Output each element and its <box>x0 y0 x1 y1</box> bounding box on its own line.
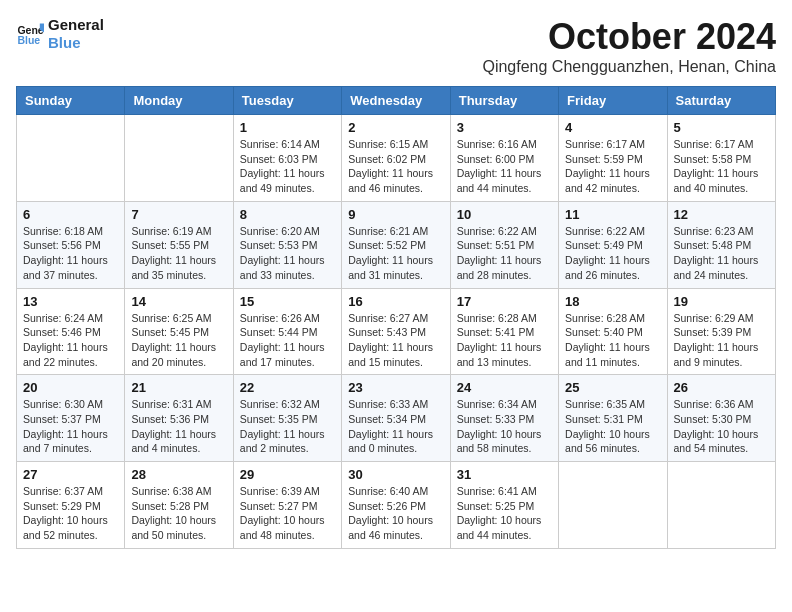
day-info: Sunrise: 6:17 AM Sunset: 5:59 PM Dayligh… <box>565 137 660 196</box>
calendar-cell: 18Sunrise: 6:28 AM Sunset: 5:40 PM Dayli… <box>559 288 667 375</box>
day-info: Sunrise: 6:22 AM Sunset: 5:51 PM Dayligh… <box>457 224 552 283</box>
calendar-cell: 16Sunrise: 6:27 AM Sunset: 5:43 PM Dayli… <box>342 288 450 375</box>
day-number: 28 <box>131 467 226 482</box>
day-number: 5 <box>674 120 769 135</box>
day-info: Sunrise: 6:17 AM Sunset: 5:58 PM Dayligh… <box>674 137 769 196</box>
day-info: Sunrise: 6:22 AM Sunset: 5:49 PM Dayligh… <box>565 224 660 283</box>
day-info: Sunrise: 6:28 AM Sunset: 5:41 PM Dayligh… <box>457 311 552 370</box>
calendar-header-sunday: Sunday <box>17 87 125 115</box>
calendar-cell: 27Sunrise: 6:37 AM Sunset: 5:29 PM Dayli… <box>17 462 125 549</box>
calendar-header-row: SundayMondayTuesdayWednesdayThursdayFrid… <box>17 87 776 115</box>
svg-text:Blue: Blue <box>17 34 40 46</box>
day-info: Sunrise: 6:18 AM Sunset: 5:56 PM Dayligh… <box>23 224 118 283</box>
day-number: 10 <box>457 207 552 222</box>
day-info: Sunrise: 6:16 AM Sunset: 6:00 PM Dayligh… <box>457 137 552 196</box>
day-info: Sunrise: 6:21 AM Sunset: 5:52 PM Dayligh… <box>348 224 443 283</box>
day-number: 4 <box>565 120 660 135</box>
calendar-cell: 31Sunrise: 6:41 AM Sunset: 5:25 PM Dayli… <box>450 462 558 549</box>
calendar-cell <box>17 115 125 202</box>
day-info: Sunrise: 6:25 AM Sunset: 5:45 PM Dayligh… <box>131 311 226 370</box>
calendar-cell: 10Sunrise: 6:22 AM Sunset: 5:51 PM Dayli… <box>450 201 558 288</box>
day-number: 3 <box>457 120 552 135</box>
day-info: Sunrise: 6:26 AM Sunset: 5:44 PM Dayligh… <box>240 311 335 370</box>
day-info: Sunrise: 6:37 AM Sunset: 5:29 PM Dayligh… <box>23 484 118 543</box>
day-info: Sunrise: 6:23 AM Sunset: 5:48 PM Dayligh… <box>674 224 769 283</box>
calendar-cell: 6Sunrise: 6:18 AM Sunset: 5:56 PM Daylig… <box>17 201 125 288</box>
day-number: 8 <box>240 207 335 222</box>
calendar-header-monday: Monday <box>125 87 233 115</box>
calendar-cell: 26Sunrise: 6:36 AM Sunset: 5:30 PM Dayli… <box>667 375 775 462</box>
calendar-cell: 8Sunrise: 6:20 AM Sunset: 5:53 PM Daylig… <box>233 201 341 288</box>
day-info: Sunrise: 6:28 AM Sunset: 5:40 PM Dayligh… <box>565 311 660 370</box>
calendar-cell: 20Sunrise: 6:30 AM Sunset: 5:37 PM Dayli… <box>17 375 125 462</box>
calendar-cell: 15Sunrise: 6:26 AM Sunset: 5:44 PM Dayli… <box>233 288 341 375</box>
calendar-cell <box>667 462 775 549</box>
day-info: Sunrise: 6:27 AM Sunset: 5:43 PM Dayligh… <box>348 311 443 370</box>
day-number: 19 <box>674 294 769 309</box>
calendar-table: SundayMondayTuesdayWednesdayThursdayFrid… <box>16 86 776 549</box>
calendar-header-tuesday: Tuesday <box>233 87 341 115</box>
calendar-header-friday: Friday <box>559 87 667 115</box>
month-title: October 2024 <box>482 16 776 58</box>
calendar-cell: 19Sunrise: 6:29 AM Sunset: 5:39 PM Dayli… <box>667 288 775 375</box>
calendar-header-saturday: Saturday <box>667 87 775 115</box>
calendar-cell: 22Sunrise: 6:32 AM Sunset: 5:35 PM Dayli… <box>233 375 341 462</box>
calendar-cell <box>559 462 667 549</box>
calendar-cell: 23Sunrise: 6:33 AM Sunset: 5:34 PM Dayli… <box>342 375 450 462</box>
day-number: 11 <box>565 207 660 222</box>
calendar-cell: 29Sunrise: 6:39 AM Sunset: 5:27 PM Dayli… <box>233 462 341 549</box>
day-info: Sunrise: 6:30 AM Sunset: 5:37 PM Dayligh… <box>23 397 118 456</box>
day-number: 6 <box>23 207 118 222</box>
calendar-header-wednesday: Wednesday <box>342 87 450 115</box>
calendar-cell: 14Sunrise: 6:25 AM Sunset: 5:45 PM Dayli… <box>125 288 233 375</box>
calendar-cell: 3Sunrise: 6:16 AM Sunset: 6:00 PM Daylig… <box>450 115 558 202</box>
day-info: Sunrise: 6:39 AM Sunset: 5:27 PM Dayligh… <box>240 484 335 543</box>
calendar-cell: 21Sunrise: 6:31 AM Sunset: 5:36 PM Dayli… <box>125 375 233 462</box>
day-number: 9 <box>348 207 443 222</box>
day-number: 27 <box>23 467 118 482</box>
calendar-cell: 12Sunrise: 6:23 AM Sunset: 5:48 PM Dayli… <box>667 201 775 288</box>
day-info: Sunrise: 6:34 AM Sunset: 5:33 PM Dayligh… <box>457 397 552 456</box>
day-info: Sunrise: 6:24 AM Sunset: 5:46 PM Dayligh… <box>23 311 118 370</box>
calendar-cell: 5Sunrise: 6:17 AM Sunset: 5:58 PM Daylig… <box>667 115 775 202</box>
day-info: Sunrise: 6:41 AM Sunset: 5:25 PM Dayligh… <box>457 484 552 543</box>
day-info: Sunrise: 6:35 AM Sunset: 5:31 PM Dayligh… <box>565 397 660 456</box>
day-number: 13 <box>23 294 118 309</box>
calendar-cell: 13Sunrise: 6:24 AM Sunset: 5:46 PM Dayli… <box>17 288 125 375</box>
day-number: 12 <box>674 207 769 222</box>
day-info: Sunrise: 6:15 AM Sunset: 6:02 PM Dayligh… <box>348 137 443 196</box>
location-title: Qingfeng Chengguanzhen, Henan, China <box>482 58 776 76</box>
day-info: Sunrise: 6:29 AM Sunset: 5:39 PM Dayligh… <box>674 311 769 370</box>
calendar-cell: 9Sunrise: 6:21 AM Sunset: 5:52 PM Daylig… <box>342 201 450 288</box>
day-number: 18 <box>565 294 660 309</box>
calendar-week-row: 27Sunrise: 6:37 AM Sunset: 5:29 PM Dayli… <box>17 462 776 549</box>
day-number: 30 <box>348 467 443 482</box>
calendar-cell: 30Sunrise: 6:40 AM Sunset: 5:26 PM Dayli… <box>342 462 450 549</box>
day-number: 17 <box>457 294 552 309</box>
day-number: 26 <box>674 380 769 395</box>
calendar-cell <box>125 115 233 202</box>
day-number: 24 <box>457 380 552 395</box>
day-info: Sunrise: 6:32 AM Sunset: 5:35 PM Dayligh… <box>240 397 335 456</box>
logo-icon: General Blue <box>16 20 44 48</box>
day-number: 29 <box>240 467 335 482</box>
calendar-header-thursday: Thursday <box>450 87 558 115</box>
title-area: October 2024 Qingfeng Chengguanzhen, Hen… <box>482 16 776 76</box>
day-number: 14 <box>131 294 226 309</box>
day-info: Sunrise: 6:38 AM Sunset: 5:28 PM Dayligh… <box>131 484 226 543</box>
calendar-cell: 24Sunrise: 6:34 AM Sunset: 5:33 PM Dayli… <box>450 375 558 462</box>
page-header: General Blue General Blue October 2024 Q… <box>16 16 776 76</box>
logo: General Blue General Blue <box>16 16 104 52</box>
day-info: Sunrise: 6:14 AM Sunset: 6:03 PM Dayligh… <box>240 137 335 196</box>
day-number: 21 <box>131 380 226 395</box>
calendar-cell: 25Sunrise: 6:35 AM Sunset: 5:31 PM Dayli… <box>559 375 667 462</box>
calendar-cell: 28Sunrise: 6:38 AM Sunset: 5:28 PM Dayli… <box>125 462 233 549</box>
day-info: Sunrise: 6:31 AM Sunset: 5:36 PM Dayligh… <box>131 397 226 456</box>
day-number: 25 <box>565 380 660 395</box>
calendar-cell: 11Sunrise: 6:22 AM Sunset: 5:49 PM Dayli… <box>559 201 667 288</box>
day-info: Sunrise: 6:20 AM Sunset: 5:53 PM Dayligh… <box>240 224 335 283</box>
calendar-cell: 1Sunrise: 6:14 AM Sunset: 6:03 PM Daylig… <box>233 115 341 202</box>
day-number: 31 <box>457 467 552 482</box>
day-info: Sunrise: 6:33 AM Sunset: 5:34 PM Dayligh… <box>348 397 443 456</box>
calendar-cell: 4Sunrise: 6:17 AM Sunset: 5:59 PM Daylig… <box>559 115 667 202</box>
